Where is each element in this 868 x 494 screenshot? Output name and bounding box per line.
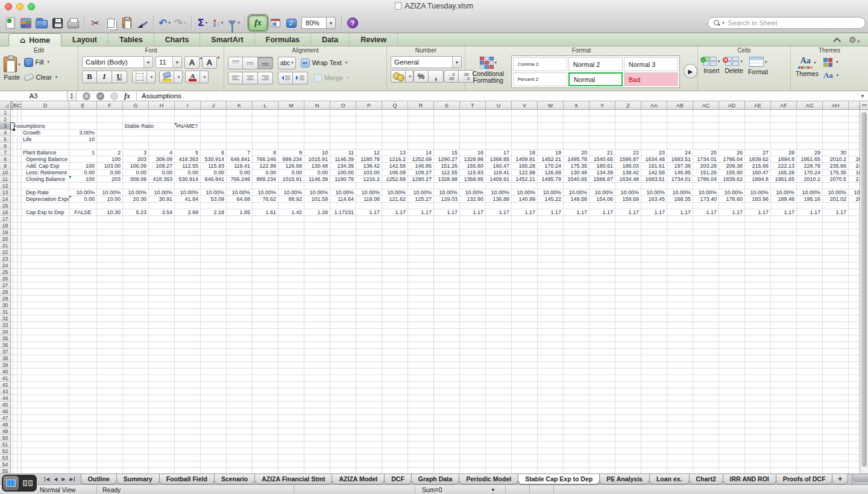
cell-AF7[interactable]: 28 bbox=[771, 150, 797, 156]
cell-P17[interactable] bbox=[356, 216, 382, 223]
cell-AH53[interactable] bbox=[823, 455, 849, 461]
cell-AI54[interactable] bbox=[849, 461, 860, 468]
cell-H31[interactable] bbox=[149, 309, 175, 315]
cell-Q31[interactable] bbox=[382, 309, 408, 315]
cell-P9[interactable]: 138.42 bbox=[356, 163, 382, 169]
name-box-stepper[interactable]: ▲▼ bbox=[68, 91, 77, 101]
cell-AH34[interactable] bbox=[823, 329, 849, 335]
cell-H19[interactable] bbox=[149, 229, 175, 236]
cell-Z46[interactable] bbox=[615, 408, 641, 415]
cell-AH33[interactable] bbox=[823, 322, 849, 329]
cell-U25[interactable] bbox=[486, 269, 512, 276]
cell-AA34[interactable] bbox=[641, 329, 667, 335]
cell-W34[interactable] bbox=[538, 329, 564, 335]
cell-AA35[interactable] bbox=[641, 335, 667, 342]
cell-P22[interactable] bbox=[356, 249, 382, 256]
cell-X23[interactable] bbox=[564, 256, 590, 262]
cell-D48[interactable] bbox=[22, 422, 69, 428]
cell-M1[interactable] bbox=[278, 110, 304, 116]
cell-O35[interactable] bbox=[330, 335, 356, 342]
cell-J18[interactable] bbox=[201, 223, 227, 229]
cell-AF27[interactable] bbox=[771, 282, 797, 289]
cell-Y27[interactable] bbox=[590, 282, 615, 289]
cell-T24[interactable] bbox=[460, 262, 486, 269]
cell-Q19[interactable] bbox=[382, 229, 408, 236]
cell-AI38[interactable] bbox=[849, 355, 860, 362]
cell-J38[interactable] bbox=[201, 355, 227, 362]
cell-N17[interactable] bbox=[304, 216, 330, 223]
cell-C45[interactable] bbox=[17, 402, 22, 408]
cell-S50[interactable] bbox=[434, 435, 460, 442]
cell-AE13[interactable]: 10.00% bbox=[745, 189, 771, 196]
cell-T15[interactable] bbox=[460, 203, 486, 209]
cell-Y52[interactable] bbox=[590, 448, 615, 455]
cell-P40[interactable] bbox=[356, 369, 382, 375]
cell-B54[interactable] bbox=[13, 461, 17, 468]
cell-AC10[interactable]: 151.26 bbox=[693, 169, 719, 176]
ribbon-tab-smartart[interactable]: SmartArt bbox=[200, 33, 255, 46]
cell-L39[interactable] bbox=[253, 362, 278, 369]
cell-AH14[interactable]: 201.02 bbox=[823, 196, 849, 203]
cell-W3[interactable] bbox=[538, 123, 564, 130]
cell-N44[interactable] bbox=[304, 395, 330, 402]
number-format-select[interactable]: General▼ bbox=[391, 56, 462, 68]
cell-T1[interactable] bbox=[460, 110, 486, 116]
cell-AA37[interactable] bbox=[641, 349, 667, 355]
row-header-7[interactable]: 7 bbox=[0, 150, 11, 156]
cell-T52[interactable] bbox=[460, 448, 486, 455]
cell-I2[interactable] bbox=[175, 116, 201, 123]
col-header-AI[interactable]: AI bbox=[849, 101, 860, 110]
cell-L26[interactable] bbox=[253, 276, 278, 282]
cell-C43[interactable] bbox=[17, 388, 22, 395]
cell-Q23[interactable] bbox=[382, 256, 408, 262]
cell-AB33[interactable] bbox=[667, 322, 693, 329]
cell-G10[interactable]: 0.00 bbox=[123, 169, 149, 176]
cell-R50[interactable] bbox=[408, 435, 434, 442]
cell-AD23[interactable] bbox=[719, 256, 745, 262]
cell-AB43[interactable] bbox=[667, 388, 693, 395]
cell-X35[interactable] bbox=[564, 335, 590, 342]
cell-D10[interactable]: Less: Retirement bbox=[22, 169, 69, 176]
cell-AI25[interactable] bbox=[849, 269, 860, 276]
cell-D14[interactable]: Depreciation Expense bbox=[22, 196, 69, 203]
cell-R41[interactable] bbox=[408, 375, 434, 382]
row-header-15[interactable]: 15 bbox=[0, 203, 11, 209]
cell-X28[interactable] bbox=[564, 289, 590, 296]
cell-AB6[interactable] bbox=[667, 143, 693, 150]
cell-AG22[interactable] bbox=[797, 249, 823, 256]
cell-AG16[interactable]: 1.17 bbox=[797, 209, 823, 216]
cell-AG10[interactable]: 170.24 bbox=[797, 169, 823, 176]
cell-E28[interactable] bbox=[69, 289, 97, 296]
cell-Z31[interactable] bbox=[615, 309, 641, 315]
cell-H36[interactable] bbox=[149, 342, 175, 349]
cell-M38[interactable] bbox=[278, 355, 304, 362]
cell-AD35[interactable] bbox=[719, 335, 745, 342]
cell-AE15[interactable] bbox=[745, 203, 771, 209]
cell-C8[interactable] bbox=[17, 156, 22, 163]
cell-AB45[interactable] bbox=[667, 402, 693, 408]
cell-L30[interactable] bbox=[253, 302, 278, 309]
cell-N47[interactable] bbox=[304, 415, 330, 422]
cell-K13[interactable]: 10.00% bbox=[227, 189, 253, 196]
cell-AA9[interactable]: 191.61 bbox=[641, 163, 667, 169]
cell-AG2[interactable] bbox=[797, 116, 823, 123]
wrap-text-button[interactable]: ↩Wrap Text▾ bbox=[301, 56, 348, 69]
cell-K5[interactable] bbox=[227, 136, 253, 143]
cell-V9[interactable]: 165.28 bbox=[512, 163, 538, 169]
cell-N43[interactable] bbox=[304, 388, 330, 395]
col-header-AC[interactable]: AC bbox=[693, 101, 719, 110]
cell-AB34[interactable] bbox=[667, 329, 693, 335]
cell-R47[interactable] bbox=[408, 415, 434, 422]
cell-U48[interactable] bbox=[486, 422, 512, 428]
cell-J22[interactable] bbox=[201, 249, 227, 256]
vertical-scroll-thumb[interactable] bbox=[861, 112, 867, 467]
cell-AB37[interactable] bbox=[667, 349, 693, 355]
cell-X2[interactable] bbox=[564, 116, 590, 123]
cell-S23[interactable] bbox=[434, 256, 460, 262]
cell-AI37[interactable] bbox=[849, 349, 860, 355]
cell-AD39[interactable] bbox=[719, 362, 745, 369]
row-header-51[interactable]: 51 bbox=[0, 442, 11, 448]
cell-N55[interactable] bbox=[304, 468, 330, 473]
cell-U27[interactable] bbox=[486, 282, 512, 289]
cell-Y2[interactable] bbox=[590, 116, 615, 123]
